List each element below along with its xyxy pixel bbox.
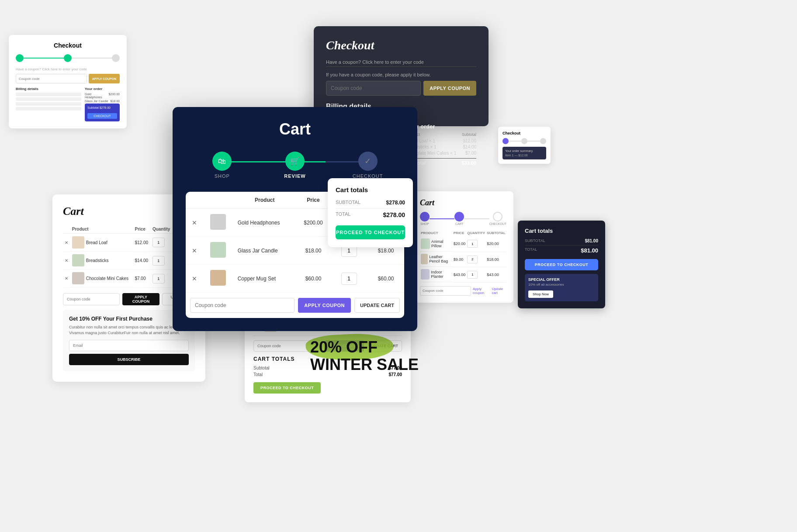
ctd-subtotal-row: SUBTOTAL $81.00: [525, 238, 598, 243]
dark-apply-button[interactable]: APPLY COUPON: [423, 81, 476, 96]
ctd-total-label: TOTAL: [525, 247, 537, 254]
ctd-special-title: SPECIAL OFFER: [528, 277, 595, 282]
small-dot-2: [64, 54, 72, 62]
dark-coupon-input[interactable]: [326, 81, 421, 96]
bottom-subtotal-label: Subtotal: [253, 366, 270, 370]
product-name-1: Gold Headphones: [233, 209, 296, 237]
promo-subscribe-button[interactable]: SUBSCRIBE: [69, 354, 189, 365]
light-img-3: [72, 272, 84, 284]
small-coupon-row: APPLY COUPON: [16, 74, 120, 83]
rs-dot-3: [540, 138, 546, 144]
ctd-total-row: TOTAL $81.00: [525, 247, 598, 254]
step-checkout-circle: ✓: [358, 152, 378, 171]
light-qty-2[interactable]: [152, 256, 165, 266]
subtotal-value: $33.00: [461, 160, 476, 166]
right-price-3: $43.00: [453, 267, 467, 282]
right-small-panel: Your order summary Item 1 — $12.00: [502, 147, 546, 159]
product-price-1: $200.00: [296, 209, 330, 237]
light-name-3: Chocolate Mini Cakes: [86, 276, 128, 281]
right-coupon-row: Apply coupon Update cart: [420, 286, 506, 296]
remove-item-3[interactable]: ✕: [192, 275, 197, 282]
light-coupon-input[interactable]: [63, 293, 120, 305]
qty-input-3[interactable]: [341, 273, 357, 285]
step-review: 🛒 Review: [259, 152, 332, 179]
sale-20off-wrapper: 20% OFF: [310, 339, 378, 356]
rcp-line-2: [464, 218, 489, 219]
small-dot-1: [16, 54, 24, 62]
right-cart-table: PRODUCT PRICE QUANTITY SUBTOTAL Animal P…: [420, 230, 506, 283]
ctd-special-offer: SPECIAL OFFER 10% off all accessories Sh…: [525, 274, 598, 301]
col-remove: [186, 192, 203, 209]
dark-coupon-msg: Have a coupon? Click here to enter your …: [326, 59, 476, 65]
remove-item-1[interactable]: ✕: [192, 219, 197, 226]
rcol-price: PRICE: [453, 230, 467, 236]
promo-email-input[interactable]: [69, 340, 189, 351]
right-qty-1[interactable]: [467, 240, 478, 248]
col-price: Price: [296, 192, 330, 209]
right-apply-link[interactable]: Apply coupon: [473, 287, 490, 295]
small-line-1: [24, 58, 64, 59]
small-order-item-1: Gold Headphones $200.00: [85, 93, 120, 99]
cart-totals-title: Cart totals: [336, 186, 405, 193]
subtotal-col-header: Subtotal: [462, 132, 476, 137]
right-update-link[interactable]: Update cart: [492, 287, 506, 295]
order-item-price: $7.00: [465, 151, 476, 155]
remove-light-3[interactable]: ✕: [65, 276, 68, 281]
col-price: Price: [133, 225, 150, 234]
light-qty-1[interactable]: [152, 238, 165, 247]
rcp-step-2: CART: [454, 212, 464, 225]
right-qty-2[interactable]: [467, 256, 478, 263]
remove-item-2[interactable]: ✕: [192, 247, 197, 254]
sale-winter-text: WINTER SALE: [310, 356, 419, 373]
item-name: Glass Jar Candle: [85, 100, 108, 103]
main-cart-title: Cart: [186, 120, 404, 138]
rcp-dot-active-1: [420, 212, 430, 221]
product-name-3: Copper Mug Set: [233, 265, 296, 293]
right-small-progress: [502, 138, 546, 144]
ctd-proceed-button[interactable]: PROCEED TO CHECKOUT: [525, 259, 598, 270]
step-shop-circle: 🛍: [212, 152, 232, 171]
update-cart-button[interactable]: UPDATE CART: [354, 298, 400, 313]
apply-coupon-button[interactable]: APPLY COUPON: [298, 298, 351, 313]
small-order-title: Your order: [85, 87, 120, 91]
col-img: [203, 192, 233, 209]
small-coupon-msg: Have a coupon? Click here to enter your …: [16, 67, 120, 71]
rs-line-1: [509, 141, 521, 142]
checkout-small-card: Checkout Have a coupon? Click here to en…: [9, 35, 127, 128]
right-img-1: [421, 238, 430, 249]
order-item-price: $12.00: [463, 138, 476, 143]
progress-bar: 🛍 Shop 🛒 Review ✓ Checkout: [186, 152, 404, 179]
sale-banner: 20% OFF WINTER SALE: [310, 339, 419, 373]
small-apply-button[interactable]: APPLY COUPON: [89, 74, 120, 83]
small-coupon-input[interactable]: [16, 74, 87, 83]
promo-title: Get 10% OFF Your First Purchase: [69, 316, 189, 322]
dark-coupon-row: APPLY COUPON: [326, 81, 476, 96]
total-label: TOTAL: [336, 211, 350, 218]
small-billing-section: Billing details Your order Gold Headphon…: [16, 87, 120, 121]
right-coupon-input[interactable]: [420, 286, 471, 296]
order-panel-text: Subtotal $278.00: [87, 106, 117, 109]
cart-right-card: Cart SHOP CART CHECKOUT PRODUCT PRICE QU…: [413, 191, 513, 303]
table-row: Animal Pillow $20.00 $20.00: [420, 236, 506, 252]
sale-20off-text: 20% OFF: [310, 339, 378, 356]
light-qty-3[interactable]: [152, 274, 165, 283]
col-qty: Quantity: [151, 225, 173, 234]
rcp-step-1: SHOP: [420, 212, 430, 225]
ctd-shop-button[interactable]: Shop Now: [528, 290, 553, 298]
bottom-proceed-button[interactable]: PROCEED TO CHECKOUT: [253, 382, 321, 394]
rcp-label-3: CHECKOUT: [489, 222, 506, 225]
right-qty-3[interactable]: [467, 271, 478, 279]
small-billing-title: Billing details: [16, 87, 81, 91]
proceed-to-checkout-button[interactable]: PROCEED TO CHECKOUT: [336, 225, 405, 239]
coupon-input[interactable]: [190, 298, 295, 313]
dark-divider: [326, 66, 476, 67]
promo-text: Curabitur non nulla sit amet orci tempus…: [69, 325, 189, 336]
light-price-3: $7.00: [133, 269, 150, 287]
remove-light-1[interactable]: ✕: [65, 240, 68, 245]
ctd-subtotal-value: $81.00: [585, 238, 598, 243]
panel-checkout-btn[interactable]: CHECKOUT: [87, 113, 117, 119]
right-name-2: Leather Pencil Bag: [429, 255, 452, 263]
table-row: Leather Pencil Bag $9.00 $18.00: [420, 252, 506, 267]
remove-light-2[interactable]: ✕: [65, 258, 68, 263]
light-apply-button[interactable]: APPLY COUPON: [122, 293, 159, 305]
